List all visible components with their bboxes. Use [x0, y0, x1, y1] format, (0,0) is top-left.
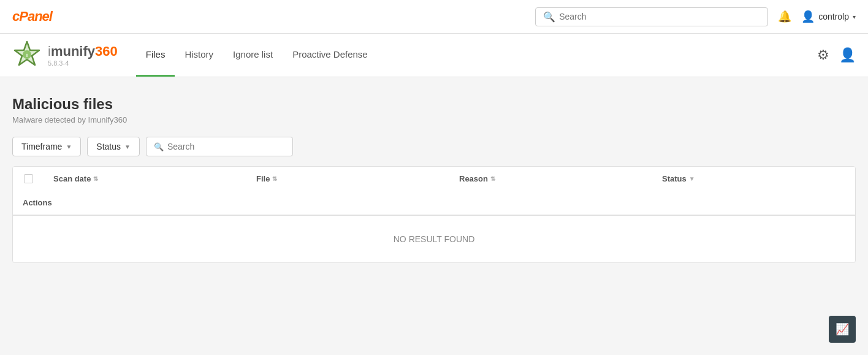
imunify-logo-wrap: i [12, 39, 42, 71]
nav-item-files[interactable]: Files [136, 34, 175, 77]
imunify-logo: i [12, 39, 42, 69]
timeframe-arrow-icon: ▼ [66, 143, 72, 150]
status-label: Status [96, 142, 121, 151]
top-search-bar[interactable]: 🔍 [535, 7, 768, 26]
imunify-header: i imunify360 5.8.3-4 Files History Ignor… [0, 34, 868, 77]
imunify-nav: Files History Ignore list Proactive Defe… [136, 34, 378, 77]
reason-sort-icon: ⇅ [490, 175, 495, 182]
account-icon[interactable]: 👤 [839, 47, 856, 63]
user-menu[interactable]: 👤 controlp ▾ [801, 10, 856, 23]
timeframe-label: Timeframe [21, 142, 62, 151]
imunify-brand-name: imunify360 [48, 44, 118, 59]
search-filter-icon: 🔍 [154, 142, 164, 151]
th-checkbox [13, 167, 44, 191]
float-action-button[interactable]: 📈 [829, 316, 856, 323]
malicious-files-table: Scan date ⇅ File ⇅ Reason ⇅ Status ▼ Act… [12, 166, 856, 263]
user-dropdown-arrow: ▾ [853, 13, 856, 20]
file-sort-icon: ⇅ [272, 175, 277, 182]
page-title: Malicious files [12, 96, 856, 113]
status-filter-button[interactable]: Status ▼ [87, 137, 140, 156]
username-label: controlp [818, 12, 849, 21]
imunify-version: 5.8.3-4 [48, 59, 118, 67]
status-filter-icon: ▼ [689, 175, 695, 182]
scan-date-sort-icon: ⇅ [93, 175, 98, 182]
navbar-right: 🔍 🔔 👤 controlp ▾ [535, 7, 856, 26]
timeframe-filter-button[interactable]: Timeframe ▼ [12, 137, 81, 156]
top-search-input[interactable] [559, 12, 760, 21]
cpanel-logo: cPanel [12, 9, 52, 25]
imunify-brand: i imunify360 5.8.3-4 [12, 39, 118, 71]
page-subtitle: Malware detected by Imunify360 [12, 115, 856, 124]
bell-icon[interactable]: 🔔 [778, 10, 791, 23]
gear-icon[interactable]: ⚙ [817, 47, 829, 63]
search-icon: 🔍 [543, 11, 555, 23]
imunify-header-actions: ⚙ 👤 [817, 47, 856, 63]
nav-item-proactive-defense[interactable]: Proactive Defense [283, 34, 378, 77]
table-search-bar[interactable]: 🔍 [146, 137, 293, 156]
imunify-left: i imunify360 5.8.3-4 Files History Ignor… [12, 34, 378, 77]
th-reason[interactable]: Reason ⇅ [449, 167, 652, 191]
svg-text:i: i [26, 52, 28, 58]
th-actions: Actions [13, 191, 44, 215]
select-all-checkbox[interactable] [24, 174, 33, 183]
nav-item-ignore-list[interactable]: Ignore list [223, 34, 283, 77]
main-content: Malicious files Malware detected by Imun… [0, 77, 868, 323]
nav-item-history[interactable]: History [175, 34, 223, 77]
th-scan-date[interactable]: Scan date ⇅ [44, 167, 246, 191]
filters-row: Timeframe ▼ Status ▼ 🔍 [12, 137, 856, 156]
th-file[interactable]: File ⇅ [246, 167, 449, 191]
top-navbar: cPanel 🔍 🔔 👤 controlp ▾ [0, 0, 868, 34]
table-search-input[interactable] [167, 142, 285, 151]
imunify-text: imunify360 5.8.3-4 [48, 44, 118, 67]
status-arrow-icon: ▼ [124, 143, 131, 150]
th-status[interactable]: Status ▼ [652, 167, 855, 191]
no-result-message: NO RESULT FOUND [13, 215, 855, 262]
table-header: Scan date ⇅ File ⇅ Reason ⇅ Status ▼ Act… [13, 167, 855, 215]
user-icon: 👤 [801, 10, 815, 23]
